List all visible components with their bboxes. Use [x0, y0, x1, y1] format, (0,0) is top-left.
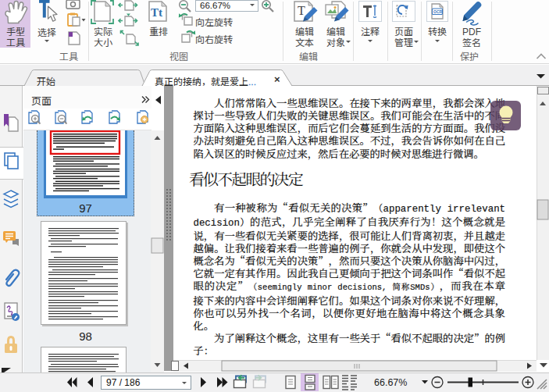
- svg-text:OCR: OCR: [433, 9, 443, 14]
- svg-text:T: T: [298, 4, 305, 17]
- svg-text:Tt: Tt: [151, 6, 162, 19]
